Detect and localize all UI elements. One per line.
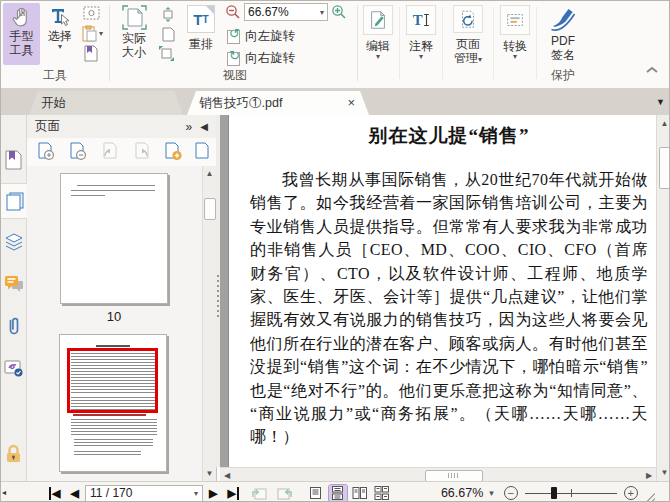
scroll-up-icon[interactable]: ▲ xyxy=(203,167,216,180)
clipboard-button[interactable]: ▾ xyxy=(79,24,103,42)
reflow-button[interactable]: TT 重排 xyxy=(182,3,220,65)
select-tool-label: 选择 xyxy=(48,29,72,43)
fit-page-button[interactable] xyxy=(158,25,178,43)
thumbnail-page-11[interactable] xyxy=(59,334,167,472)
page-management-label: 页面 xyxy=(456,37,480,51)
ribbon: 手型 工具 选择 ▾ ▾ 工具 xyxy=(1,1,670,89)
hand-tool-button[interactable]: 手型 工具 xyxy=(3,3,40,65)
zoom-slider-knob[interactable] xyxy=(551,487,557,499)
select-tool-button[interactable]: 选择 ▾ xyxy=(43,3,77,65)
pdf-sign-label2: 签名 xyxy=(551,48,575,62)
scroll-up-icon[interactable]: ▲ xyxy=(657,117,670,130)
bookmark-page-button[interactable] xyxy=(81,44,101,62)
sidebar-item-layers[interactable] xyxy=(1,225,26,259)
zoom-dropdown-arrow-icon[interactable]: ▾ xyxy=(489,490,494,497)
panel-collapse-icon[interactable]: ◀ xyxy=(200,121,208,132)
thumbnail-page-10[interactable] xyxy=(60,173,168,304)
zoom-out-icon[interactable] xyxy=(225,4,241,20)
statusbar-zoom-value[interactable]: 66.67% xyxy=(441,486,483,500)
dropdown-arrow-icon: ▾ xyxy=(376,53,380,60)
last-page-button[interactable]: ▶ xyxy=(227,487,238,500)
clipboard-icon xyxy=(79,24,99,42)
status-bar: ◀ ◀ 11 / 170 ▾ ▶ ▶ 66.67% ▾ − xyxy=(1,481,670,502)
tab-document[interactable]: 销售技巧①.pdf × xyxy=(187,91,369,115)
facing-view-button[interactable] xyxy=(351,485,369,502)
scroll-right-icon[interactable]: ▶ xyxy=(642,471,656,480)
edit-button[interactable]: 编辑 ▾ xyxy=(359,3,397,65)
page-number-combobox[interactable]: 11 / 170 ▾ xyxy=(85,485,203,502)
insert-page-button[interactable] xyxy=(161,141,186,163)
zoom-in-icon[interactable] xyxy=(331,4,347,20)
dropdown-arrow-icon: ▾ xyxy=(58,43,62,50)
document-viewer[interactable]: 别在这儿提“销售” 我曾长期从事国际销售，从20世纪70年代就开始做销售了。如今… xyxy=(220,115,656,467)
thumbnail-zoom-out-button[interactable] xyxy=(66,141,91,163)
convert-button[interactable]: 转换 ▾ xyxy=(496,3,534,65)
rotate-right-icon: ↻ xyxy=(227,51,241,65)
rotate-left-button[interactable]: ↺ 向左旋转 xyxy=(227,26,295,46)
hand-tool-label2: 工具 xyxy=(10,43,34,57)
zoom-slider-tick xyxy=(571,489,572,497)
actual-size-label2: 大小 xyxy=(122,45,146,59)
close-tab-icon[interactable]: × xyxy=(345,97,357,109)
ribbon-divider xyxy=(442,7,443,79)
single-page-view-button[interactable] xyxy=(307,485,325,502)
panel-expand-icon[interactable]: » xyxy=(186,120,193,134)
next-view-button[interactable] xyxy=(276,486,293,501)
zoom-in-button[interactable]: + xyxy=(624,486,638,500)
dropdown-arrow-icon: ▾ xyxy=(194,490,198,497)
actual-size-icon xyxy=(121,4,148,31)
page-management-button[interactable]: 页面 管理▾ xyxy=(445,3,491,65)
fit-visible-icon xyxy=(156,44,176,62)
thumbnail-scrollbar[interactable]: ▲ ▼ xyxy=(202,166,216,481)
window-resize-grip[interactable] xyxy=(644,491,655,502)
tab-list-dropdown-icon[interactable]: ▼ xyxy=(656,97,665,107)
continuous-view-button[interactable] xyxy=(329,485,347,502)
first-page-button[interactable]: ◀ xyxy=(49,487,60,500)
rotate-page-left-button[interactable] xyxy=(98,141,123,163)
horizontal-scrollbar[interactable]: ◀ ▶ xyxy=(220,467,656,482)
thumbnail-zoom-in-button[interactable] xyxy=(34,141,59,163)
collapse-panel-strip-icon[interactable]: ◂ xyxy=(2,488,6,497)
rotate-page-right-button[interactable] xyxy=(129,141,154,163)
previous-view-button[interactable] xyxy=(251,486,268,501)
thumbnail-scrollbar-thumb[interactable] xyxy=(204,198,216,220)
hand-tool-label: 手型 xyxy=(10,29,34,43)
zoom-cluster: 66.67% ▾ xyxy=(225,3,347,21)
tab-document-label: 销售技巧①.pdf xyxy=(199,95,282,112)
actual-size-button[interactable]: 实际 大小 xyxy=(114,3,154,65)
navigation-panel-strip xyxy=(1,115,27,481)
sidebar-item-attachments[interactable] xyxy=(1,309,26,343)
zoom-out-button[interactable]: − xyxy=(504,486,518,500)
fit-width-button[interactable] xyxy=(158,5,178,23)
scroll-down-icon[interactable]: ▼ xyxy=(657,466,670,479)
page-number-value: 11 / 170 xyxy=(90,486,194,500)
dropdown-arrow-icon: ▾ xyxy=(320,9,324,16)
hand-icon xyxy=(10,5,34,29)
tab-start[interactable]: 开始 xyxy=(29,91,183,115)
sidebar-item-security[interactable] xyxy=(1,437,26,471)
scroll-left-icon[interactable]: ◀ xyxy=(220,471,234,480)
next-page-button[interactable]: ▶ xyxy=(209,487,217,500)
previous-page-button[interactable]: ◀ xyxy=(70,487,78,500)
sidebar-item-pages[interactable] xyxy=(1,183,27,219)
viewport-indicator[interactable] xyxy=(67,348,158,413)
sidebar-item-signatures[interactable] xyxy=(1,351,26,385)
sidebar-item-comments[interactable] xyxy=(1,267,26,301)
zoom-level-combobox[interactable]: 66.67% ▾ xyxy=(244,3,328,21)
scroll-down-icon[interactable]: ▼ xyxy=(203,467,216,480)
zoom-slider[interactable] xyxy=(525,486,617,500)
sidebar-item-bookmarks[interactable] xyxy=(1,143,26,177)
edit-label: 编辑 xyxy=(366,39,390,53)
delete-page-button[interactable] xyxy=(191,141,216,163)
dropdown-arrow-icon: ▾ xyxy=(99,30,103,37)
vertical-scrollbar[interactable]: ▲ ▼ xyxy=(656,115,670,481)
rotate-right-button[interactable]: ↻ 向右旋转 xyxy=(227,48,295,68)
snapshot-button[interactable] xyxy=(81,4,101,22)
pdf-sign-button[interactable]: PDF 签名 xyxy=(539,3,587,65)
document-tabbar: 开始 销售技巧①.pdf × ▼ xyxy=(1,88,670,116)
comment-button[interactable]: T 注释 ▾ xyxy=(402,3,440,65)
fit-visible-button[interactable] xyxy=(156,44,176,62)
continuous-facing-view-button[interactable] xyxy=(373,485,391,502)
vertical-scrollbar-thumb[interactable] xyxy=(659,147,670,189)
collapse-ribbon-chevron-icon[interactable] xyxy=(645,65,659,75)
